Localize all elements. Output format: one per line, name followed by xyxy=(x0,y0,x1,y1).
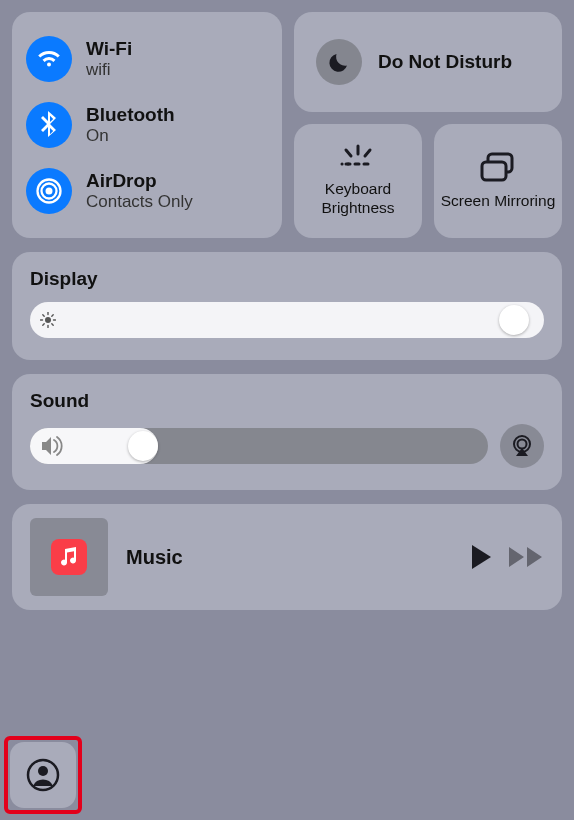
svg-point-0 xyxy=(46,188,53,195)
next-track-button[interactable] xyxy=(508,546,544,568)
display-brightness-slider[interactable] xyxy=(30,302,544,338)
connectivity-card: Wi-Fi wifi Bluetooth On AirDrop Contacts… xyxy=(12,12,282,238)
moon-icon xyxy=(316,39,362,85)
display-label: Display xyxy=(30,268,544,290)
user-icon xyxy=(26,758,60,792)
music-artwork xyxy=(30,518,108,596)
airplay-icon xyxy=(509,434,535,458)
svg-point-20 xyxy=(518,440,527,449)
screen-mirroring-tile[interactable]: Screen Mirroring xyxy=(434,124,562,238)
display-card: Display xyxy=(12,252,562,360)
svg-line-5 xyxy=(365,150,370,156)
play-button[interactable] xyxy=(470,544,492,570)
do-not-disturb-label: Do Not Disturb xyxy=(378,51,512,74)
do-not-disturb-toggle[interactable]: Do Not Disturb xyxy=(294,12,562,112)
user-account-button[interactable] xyxy=(10,742,76,808)
bluetooth-sub: On xyxy=(86,126,175,146)
svg-line-4 xyxy=(346,150,351,156)
sound-label: Sound xyxy=(30,390,544,412)
bluetooth-title: Bluetooth xyxy=(86,104,175,126)
bluetooth-row[interactable]: Bluetooth On xyxy=(26,92,268,158)
svg-line-18 xyxy=(52,315,53,316)
bluetooth-icon xyxy=(26,102,72,148)
music-title: Music xyxy=(126,546,470,569)
airdrop-row[interactable]: AirDrop Contacts Only xyxy=(26,158,268,224)
wifi-icon xyxy=(26,36,72,82)
brightness-low-icon xyxy=(40,312,56,328)
music-app-icon xyxy=(51,539,87,575)
screen-mirroring-icon xyxy=(478,152,518,184)
keyboard-brightness-tile[interactable]: Keyboard Brightness xyxy=(294,124,422,238)
screen-mirroring-label: Screen Mirroring xyxy=(441,192,556,211)
airdrop-sub: Contacts Only xyxy=(86,192,193,212)
keyboard-brightness-icon xyxy=(336,144,380,172)
sound-volume-slider[interactable] xyxy=(30,428,488,464)
svg-line-17 xyxy=(43,324,44,325)
wifi-sub: wifi xyxy=(86,60,132,80)
wifi-row[interactable]: Wi-Fi wifi xyxy=(26,26,268,92)
wifi-title: Wi-Fi xyxy=(86,38,132,60)
svg-line-15 xyxy=(43,315,44,316)
sound-card: Sound xyxy=(12,374,562,490)
keyboard-brightness-label: Keyboard Brightness xyxy=(300,180,416,217)
music-card[interactable]: Music xyxy=(12,504,562,610)
svg-line-16 xyxy=(52,324,53,325)
svg-point-10 xyxy=(45,317,51,323)
airplay-audio-button[interactable] xyxy=(500,424,544,468)
volume-icon xyxy=(40,436,64,456)
svg-point-22 xyxy=(38,766,48,776)
svg-rect-9 xyxy=(482,162,506,180)
airdrop-title: AirDrop xyxy=(86,170,193,192)
airdrop-icon xyxy=(26,168,72,214)
